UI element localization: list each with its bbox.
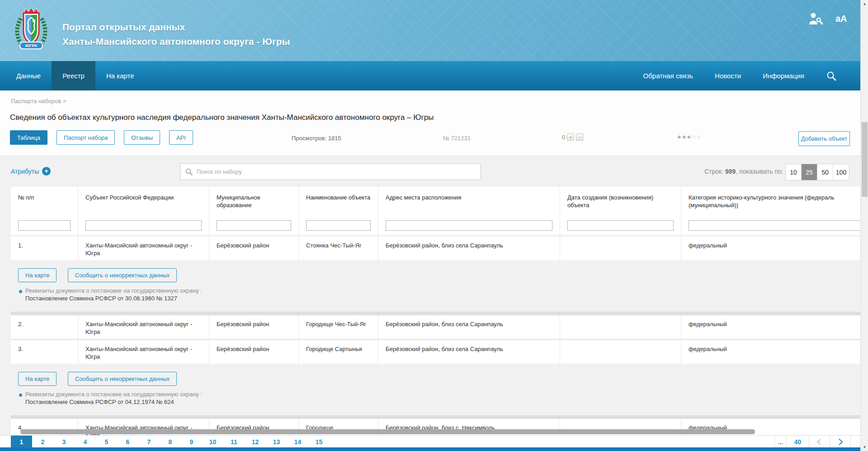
row-detail-panel: На картеСообщить о некорректных данныхРе… xyxy=(11,260,868,312)
row-detail-panel: На картеСообщить о некорректных данныхРе… xyxy=(11,364,868,415)
page-number-3[interactable]: 3 xyxy=(53,436,75,448)
on-map-button[interactable]: На карте xyxy=(18,268,57,282)
pagination-right-cluster: ... 40 xyxy=(774,436,851,448)
horizontal-scrollbar-thumb[interactable] xyxy=(20,429,755,434)
vote-count: 0 xyxy=(562,134,565,141)
rating-stars[interactable]: ★★★☆☆ xyxy=(677,134,701,140)
page-number-2[interactable]: 2 xyxy=(32,436,53,448)
cell-subject: Ханты-Мансийский автономный округ - Югра xyxy=(78,315,209,339)
cell-municipality: Берёзовский район xyxy=(209,237,299,260)
page-title: Сведения об объектах культурного наследи… xyxy=(10,113,434,122)
pagination-last-page[interactable]: 40 xyxy=(786,436,809,448)
page-number-12[interactable]: 12 xyxy=(245,436,266,448)
column-header-5: Адрес места расположения xyxy=(378,187,560,216)
filter-cell-2 xyxy=(78,216,209,235)
report-incorrect-data-button[interactable]: Сообщить о некорректных данных xyxy=(68,268,177,282)
login-person-key-icon[interactable] xyxy=(808,12,823,25)
cell-num: 3. xyxy=(11,340,78,364)
on-map-button[interactable]: На карте xyxy=(18,372,57,386)
column-filter-input-1[interactable] xyxy=(18,220,71,231)
column-header-4: Наименование объекта xyxy=(299,187,378,216)
nav-item-Данные[interactable]: Данные xyxy=(5,61,52,90)
tab-API[interactable]: API xyxy=(169,130,193,145)
column-filter-input-4[interactable] xyxy=(306,220,371,231)
page-number-7[interactable]: 7 xyxy=(138,436,160,448)
star-filled-icon[interactable]: ★ xyxy=(677,134,682,140)
cell-num: 1. xyxy=(11,237,78,260)
star-empty-icon[interactable]: ☆ xyxy=(696,134,701,140)
cell-name: Городище Чес-Тый-Яг xyxy=(299,315,378,339)
add-object-button[interactable]: Добавить объект xyxy=(798,131,850,146)
plus-circle-icon[interactable]: + xyxy=(42,167,51,176)
chevron-left-icon xyxy=(815,437,824,446)
portal-title-line1: Портал открытых данных xyxy=(62,20,290,34)
page-number-5[interactable]: 5 xyxy=(96,436,117,448)
font-size-icon[interactable]: аА xyxy=(835,14,847,24)
page-number-11[interactable]: 11 xyxy=(223,436,245,448)
nav-item-На карте[interactable]: На карте xyxy=(95,61,145,90)
page-size-selector: 102550100 xyxy=(785,164,849,180)
attributes-label: Атрибуты xyxy=(11,168,39,175)
page-number-9[interactable]: 9 xyxy=(181,436,202,448)
vote-down-button[interactable]: − xyxy=(576,133,583,141)
nav-item-Информация[interactable]: Информация xyxy=(763,72,804,80)
data-table: № п/пСубъект Российской ФедерацииМуницип… xyxy=(11,187,868,442)
header-banner: ЮГРА Портал открытых данных Ханты-Мансий… xyxy=(0,0,860,61)
page-size-25[interactable]: 25 xyxy=(802,164,817,180)
page-number-15[interactable]: 15 xyxy=(308,436,330,448)
page-number-10[interactable]: 10 xyxy=(202,436,223,448)
filter-cell-1 xyxy=(11,216,78,235)
rows-count: 989 xyxy=(725,168,736,175)
page-number-6[interactable]: 6 xyxy=(117,436,138,448)
page-size-10[interactable]: 10 xyxy=(786,164,802,180)
nav-item-Реестр[interactable]: Реестр xyxy=(52,61,95,90)
column-filter-input-2[interactable] xyxy=(85,220,202,231)
cell-category: федеральный xyxy=(681,237,868,260)
vote-up-button[interactable]: + xyxy=(567,133,574,141)
page-size-100[interactable]: 100 xyxy=(833,164,849,180)
bullet-dot-icon xyxy=(19,394,22,397)
star-filled-icon[interactable]: ★ xyxy=(682,134,687,140)
cell-date xyxy=(560,340,681,364)
column-header-3: Муниципальное образование xyxy=(209,187,299,216)
cell-address: Берёзовский район, близ села Саранпауль xyxy=(378,237,560,260)
scroll-up-arrow-icon[interactable]: ▲ xyxy=(861,0,868,8)
pagination-prev-button[interactable] xyxy=(809,436,830,448)
attributes-control[interactable]: Атрибуты + xyxy=(11,167,51,176)
dataset-header-panel: Паспорта наборов > Сведения об объектах … xyxy=(0,90,860,156)
portal-title-line2: Ханты-Мансийского автономного округа - Ю… xyxy=(62,34,290,49)
star-empty-icon[interactable]: ☆ xyxy=(691,134,696,140)
column-filter-input-6[interactable] xyxy=(567,220,674,231)
page-number-8[interactable]: 8 xyxy=(160,436,181,448)
column-filter-input-7[interactable] xyxy=(689,220,868,231)
tab-Паспорт набора[interactable]: Паспорт набора xyxy=(57,130,115,145)
column-filter-input-5[interactable] xyxy=(386,220,552,231)
breadcrumb[interactable]: Паспорта наборов > xyxy=(11,98,66,104)
page-number-4[interactable]: 4 xyxy=(75,436,96,448)
nav-item-Новости[interactable]: Новости xyxy=(715,72,741,80)
table-row: 2.Ханты-Мансийский автономный округ - Юг… xyxy=(11,315,868,339)
page-number-13[interactable]: 13 xyxy=(266,436,287,448)
cell-name: Городище Сартынья xyxy=(299,340,378,364)
star-filled-icon[interactable]: ★ xyxy=(687,134,692,140)
cell-date xyxy=(560,315,681,339)
page-number-14[interactable]: 14 xyxy=(287,436,308,448)
search-icon[interactable] xyxy=(826,71,837,81)
vertical-scrollbar-thumb[interactable] xyxy=(862,122,868,197)
pagination-bar: 123456789101112131415 ... 40 xyxy=(0,435,860,447)
table-row: 1.Ханты-Мансийский автономный округ - Юг… xyxy=(11,237,868,260)
tab-Таблица[interactable]: Таблица xyxy=(10,130,47,145)
tab-Отзывы[interactable]: Отзывы xyxy=(124,130,160,145)
scroll-down-arrow-icon[interactable]: ▼ xyxy=(861,443,868,451)
pagination-next-button[interactable] xyxy=(830,436,851,448)
report-incorrect-data-button[interactable]: Сообщить о некорректных данных xyxy=(68,372,177,386)
portal-title: Портал открытых данных Ханты-Мансийского… xyxy=(62,20,290,49)
nav-left-items: ДанныеРеестрНа карте xyxy=(0,61,145,90)
page-number-1[interactable]: 1 xyxy=(11,436,32,448)
column-filter-input-3[interactable] xyxy=(217,220,291,231)
dataset-search-input[interactable] xyxy=(197,168,476,175)
nav-item-Обратная связь[interactable]: Обратная связь xyxy=(643,72,693,80)
page-size-50[interactable]: 50 xyxy=(817,164,833,180)
bullet-dot-icon xyxy=(19,290,22,293)
vertical-scrollbar[interactable]: ▲ ▼ xyxy=(860,0,868,451)
